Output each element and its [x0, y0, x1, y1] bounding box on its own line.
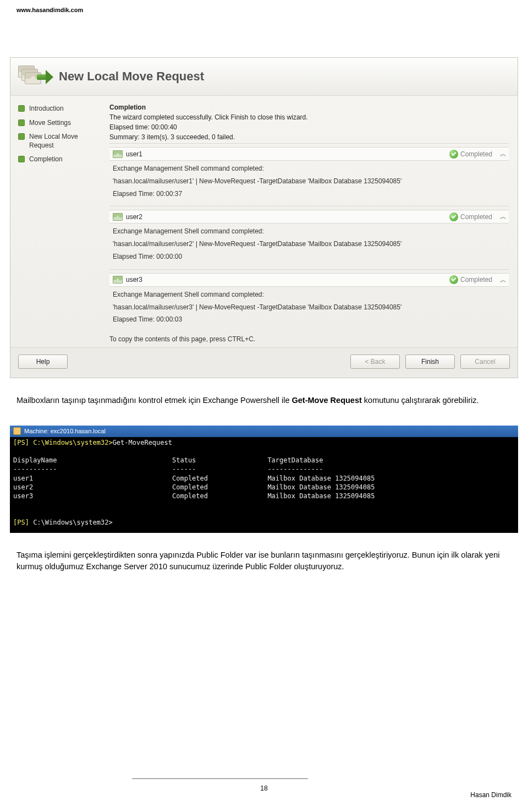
- result-elapsed: Elapsed Time: 00:00:37: [109, 189, 509, 199]
- status-text: Completed: [460, 213, 492, 221]
- para1-pre: Mailboxların taşınıp taşınmadığını kontr…: [16, 396, 292, 405]
- wizard-header: New Local Move Request: [10, 58, 518, 96]
- nav-label: Move Settings: [29, 119, 71, 128]
- mailbox-icon: [113, 213, 123, 221]
- completion-elapsed: Elapsed time: 00:00:40: [109, 123, 509, 131]
- nav-bullet-icon: [18, 156, 25, 162]
- finish-button[interactable]: Finish: [405, 355, 455, 369]
- chevron-up-icon[interactable]: ︽: [500, 212, 505, 221]
- back-button: < Back: [350, 355, 400, 369]
- nav-item-new-local-move-request[interactable]: New Local Move Request: [18, 133, 100, 150]
- completion-heading: Completion: [109, 103, 509, 111]
- result-cmd: 'hasan.local/mailuser/user1' | New-MoveR…: [109, 177, 509, 186]
- copy-hint: To copy the contents of this page, press…: [109, 335, 509, 343]
- check-icon: [449, 212, 458, 221]
- result-cmd-label: Exchange Management Shell command comple…: [109, 164, 509, 173]
- result-item-header[interactable]: user3 Completed ︽: [109, 273, 509, 287]
- paragraph-2: Taşıma işlemini gerçekleştirdikten sonra…: [16, 549, 512, 574]
- mailbox-icon: [113, 150, 123, 158]
- chevron-up-icon[interactable]: ︽: [500, 275, 505, 285]
- help-button[interactable]: Help: [18, 355, 68, 369]
- move-request-icon: [18, 63, 53, 90]
- status-chip: Completed: [449, 150, 492, 159]
- result-elapsed: Elapsed Time: 00:00:03: [109, 315, 509, 324]
- check-icon: [449, 150, 458, 159]
- status-text: Completed: [460, 276, 492, 284]
- powershell-console: Machine: exc2010.hasan.local [PS] C:\Win…: [10, 426, 518, 533]
- result-cmd: 'hasan.local/mailuser/user2' | New-MoveR…: [109, 239, 509, 249]
- nav-item-completion[interactable]: Completion: [18, 155, 100, 164]
- completion-line1: The wizard completed successfully. Click…: [109, 113, 509, 121]
- result-cmd-label: Exchange Management Shell command comple…: [109, 227, 509, 236]
- nav-label: Introduction: [29, 105, 64, 113]
- wizard-content: Completion The wizard completed successf…: [104, 96, 518, 347]
- result-item-name: user1: [126, 150, 446, 158]
- chevron-up-icon[interactable]: ︽: [500, 149, 505, 159]
- result-item-header[interactable]: user1 Completed ︽: [109, 147, 509, 161]
- nav-bullet-icon: [18, 133, 25, 140]
- completion-summary: Summary: 3 item(s). 3 succeeded, 0 faile…: [109, 133, 509, 141]
- page-author: Hasan Dimdik: [470, 791, 512, 799]
- nav-label: New Local Move Request: [29, 133, 100, 150]
- result-item: user2 Completed ︽ Exchange Management Sh…: [109, 206, 509, 269]
- check-icon: [449, 275, 458, 284]
- console-icon: [13, 427, 21, 435]
- nav-bullet-icon: [18, 105, 25, 112]
- result-cmd-label: Exchange Management Shell command comple…: [109, 290, 509, 299]
- result-item: user1 Completed ︽ Exchange Management Sh…: [109, 143, 509, 206]
- wizard-title: New Local Move Request: [59, 69, 204, 84]
- result-elapsed: Elapsed Time: 00:00:00: [109, 252, 509, 261]
- cancel-button: Cancel: [460, 355, 510, 369]
- console-output: [PS] C:\Windows\system32>Get-MoveRequest…: [10, 437, 518, 527]
- page-number: 18: [260, 784, 267, 792]
- footer-divider: [132, 778, 308, 779]
- wizard-buttons: Help < Back Finish Cancel: [10, 347, 518, 378]
- result-item-name: user3: [126, 276, 446, 284]
- result-item-name: user2: [126, 213, 446, 221]
- status-chip: Completed: [449, 275, 492, 284]
- result-item-header[interactable]: user2 Completed ︽: [109, 210, 509, 224]
- nav-item-introduction[interactable]: Introduction: [18, 105, 100, 113]
- para1-post: komutunu çalıştırarak görebiliriz.: [362, 396, 479, 405]
- wizard-window: New Local Move Request Introduction Move…: [10, 57, 518, 378]
- result-cmd: 'hasan.local/mailuser/user3' | New-MoveR…: [109, 303, 509, 312]
- paragraph-1: Mailboxların taşınıp taşınmadığını kontr…: [16, 395, 512, 407]
- para1-bold: Get-Move Request: [292, 396, 362, 405]
- page-header-site: www.hasandimdik.com: [0, 0, 528, 13]
- result-item: user3 Completed ︽ Exchange Management Sh…: [109, 269, 509, 332]
- status-text: Completed: [460, 150, 492, 158]
- nav-label: Completion: [29, 155, 63, 164]
- wizard-nav: Introduction Move Settings New Local Mov…: [10, 96, 104, 347]
- nav-item-move-settings[interactable]: Move Settings: [18, 119, 100, 128]
- status-chip: Completed: [449, 212, 492, 221]
- nav-bullet-icon: [18, 119, 25, 126]
- mailbox-icon: [113, 276, 123, 284]
- console-titlebar: Machine: exc2010.hasan.local: [10, 426, 518, 437]
- console-title-text: Machine: exc2010.hasan.local: [24, 427, 106, 435]
